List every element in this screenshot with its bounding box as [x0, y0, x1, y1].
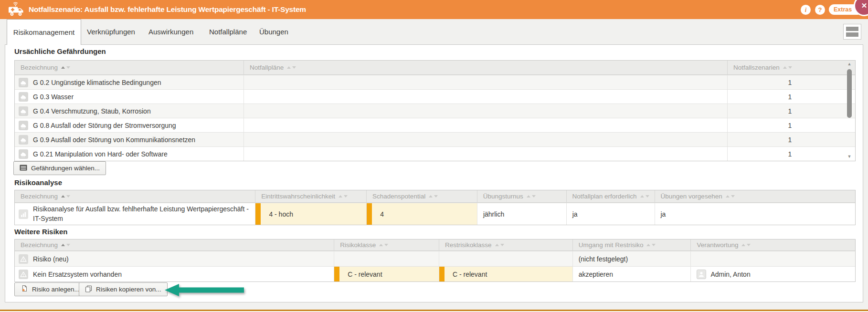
sort-icons [741, 244, 751, 246]
cell-notfallplaene [244, 147, 728, 161]
info-button[interactable]: i [801, 5, 811, 15]
cell-restrisikoklasse: C - relevant [439, 267, 573, 281]
column-header-uebungen-vorgesehen[interactable]: Übungen vorgesehen [655, 190, 855, 202]
table-scrollbar: ▲ ▼ [846, 61, 853, 160]
annotation-arrow-left-icon [165, 283, 245, 299]
tab-notfallplaene[interactable]: Notfallpläne [209, 19, 247, 44]
table-row[interactable]: Kein Ersatzsystem vorhanden C - relevant… [15, 266, 855, 281]
hazard-weather-icon [19, 135, 28, 145]
tab-label: Notfallpläne [209, 28, 247, 36]
column-header-verantwortung[interactable]: Verantwortung [691, 239, 855, 250]
sort-icons [61, 66, 70, 69]
tab-label: Risikomanagement [13, 28, 74, 36]
table-row[interactable]: Risikoanalyse für Ausfall bzw. fehlherha… [15, 203, 855, 225]
cell-notfallplaene [244, 133, 728, 146]
cell-risikoklasse: C - relevant [334, 267, 439, 281]
app-window: Notfallszenario: Ausfall bzw. fehlerhaft… [0, 0, 868, 312]
cell-umgang-mit-restrisiko: akzeptieren [573, 267, 691, 281]
column-header-bezeichnung[interactable]: Bezeichnung [15, 190, 255, 202]
tab-label: Auswirkungen [148, 28, 193, 36]
sort-icons [429, 195, 438, 198]
table-row[interactable]: G 0.3 Wasser 1 [15, 89, 855, 104]
row-label: G 0.21 Manipulation von Hard- oder Softw… [33, 150, 168, 158]
title-bar: Notfallszenario: Ausfall bzw. fehlerhaft… [0, 0, 868, 19]
table-row[interactable]: G 0.8 Ausfall oder Störung der Stromvers… [15, 118, 855, 132]
hazard-weather-icon [19, 106, 28, 116]
layout-toggle-icon[interactable] [843, 24, 861, 40]
column-header-schadenspotential[interactable]: Schadenspotential [367, 190, 477, 202]
column-header-eintrittswahrscheinlichkeit[interactable]: Eintrittswahrscheinlichkeit [255, 190, 367, 202]
cell-notfallszenarien: 1 [728, 147, 855, 161]
cell-notfallplaene [244, 90, 728, 104]
tab-risikomanagement[interactable]: Risikomanagement [7, 19, 81, 45]
row-label: G 0.3 Wasser [33, 93, 74, 101]
row-label: G 0.9 Ausfall oder Störung von Kommunika… [33, 136, 195, 144]
sort-icons [61, 244, 70, 246]
copy-risks-button[interactable]: Risiken kopieren von... [79, 282, 168, 296]
create-risk-button[interactable]: Risiko anlegen... [14, 282, 86, 296]
cell-notfallszenarien: 1 [728, 104, 855, 118]
scrollbar-thumb[interactable] [847, 69, 852, 118]
risk-analysis-chart-icon [19, 209, 28, 219]
column-header-notfallplan-erforderlich[interactable]: Notfallplan erforderlich [567, 190, 655, 202]
tab-label: Übungen [259, 28, 288, 36]
row-label: G 0.4 Verschmutzung, Staub, Korrosion [33, 107, 151, 115]
tab-uebungen[interactable]: Übungen [259, 19, 288, 44]
column-header-umgang-mit-restrisiko[interactable]: Umgang mit Restrisiko [573, 239, 691, 250]
row-label: Risiko (neu) [33, 255, 69, 263]
column-header-restrisikoklasse[interactable]: Restrisikoklasse [439, 239, 573, 250]
cell-verantwortung [691, 251, 855, 266]
sort-icons [646, 244, 656, 246]
sort-icons [287, 66, 296, 69]
scroll-down-icon[interactable]: ▼ [846, 154, 853, 159]
risk-warning-icon [19, 270, 28, 279]
cell-risikoklasse [334, 251, 439, 266]
sort-icons [339, 195, 348, 198]
cell-uebungen-vorgesehen: ja [655, 203, 856, 225]
column-header-risikoklasse[interactable]: Risikoklasse [334, 239, 439, 250]
table-row[interactable]: G 0.2 Ungünstige klimatische Bedingungen… [15, 75, 855, 89]
tab-verknuepfungen[interactable]: Verknüpfungen [87, 19, 135, 44]
table-row[interactable]: G 0.9 Ausfall oder Störung von Kommunika… [15, 132, 855, 146]
cell-notfallplaene [244, 75, 728, 89]
help-button[interactable]: ? [815, 5, 825, 15]
row-label: G 0.2 Ungünstige klimatische Bedingungen [33, 79, 161, 86]
column-header-bezeichnung[interactable]: Bezeichnung [15, 239, 334, 250]
sort-icons [640, 195, 649, 198]
cell-notfallplan-erforderlich: ja [567, 203, 655, 225]
cell-eintrittswahrscheinlichkeit: 4 - hoch [255, 203, 367, 225]
table-header-row: Bezeichnung Notfallpläne Notfallszenarie… [15, 61, 855, 75]
hazard-weather-icon [19, 149, 28, 159]
extras-label: Extras [834, 6, 852, 13]
column-header-uebungsturnus[interactable]: Übungsturnus [477, 190, 567, 202]
copy-icon [85, 285, 92, 294]
cell-notfallszenarien: 1 [728, 75, 855, 89]
table-header-row: Bezeichnung Eintrittswahrscheinlichkeit … [15, 190, 855, 203]
gefaehrdungen-table: Bezeichnung Notfallpläne Notfallszenarie… [14, 60, 856, 161]
cell-schadenspotential: 4 [367, 203, 477, 225]
list-icon [20, 165, 27, 172]
scroll-up-icon[interactable]: ▲ [846, 62, 853, 66]
column-header-notfallszenarien[interactable]: Notfallszenarien [728, 61, 855, 74]
cell-restrisikoklasse [439, 251, 573, 266]
column-header-notfallplaene[interactable]: Notfallpläne [244, 61, 728, 74]
row-label: Kein Ersatzsystem vorhanden [33, 270, 122, 278]
cell-umgang-mit-restrisiko: (nicht festgelegt) [573, 251, 691, 266]
sort-icons [783, 66, 792, 69]
sort-icons [495, 244, 504, 246]
column-header-bezeichnung[interactable]: Bezeichnung [15, 61, 244, 74]
section-title-risikoanalyse: Risikoanalyse [14, 178, 62, 187]
risikoanalyse-table: Bezeichnung Eintrittswahrscheinlichkeit … [14, 190, 856, 225]
choose-hazards-button[interactable]: Gefährdungen wählen... [13, 161, 106, 175]
cell-notfallszenarien: 1 [728, 90, 855, 104]
page-title: Notfallszenario: Ausfall bzw. fehlerhaft… [29, 0, 306, 19]
table-row[interactable]: Risiko (neu) (nicht festgelegt) [15, 251, 855, 266]
row-label: G 0.8 Ausfall oder Störung der Stromvers… [33, 122, 176, 129]
weitere-risiken-table: Bezeichnung Risikoklasse Restrisikoklass… [14, 239, 856, 282]
sort-icons [379, 244, 388, 246]
tab-auswirkungen[interactable]: Auswirkungen [148, 19, 193, 44]
row-label: Risikoanalyse für Ausfall bzw. fehlherha… [33, 205, 249, 223]
table-row[interactable]: G 0.21 Manipulation von Hard- oder Softw… [15, 146, 855, 161]
sort-icons [61, 195, 70, 198]
table-row[interactable]: G 0.4 Verschmutzung, Staub, Korrosion 1 [15, 104, 855, 118]
